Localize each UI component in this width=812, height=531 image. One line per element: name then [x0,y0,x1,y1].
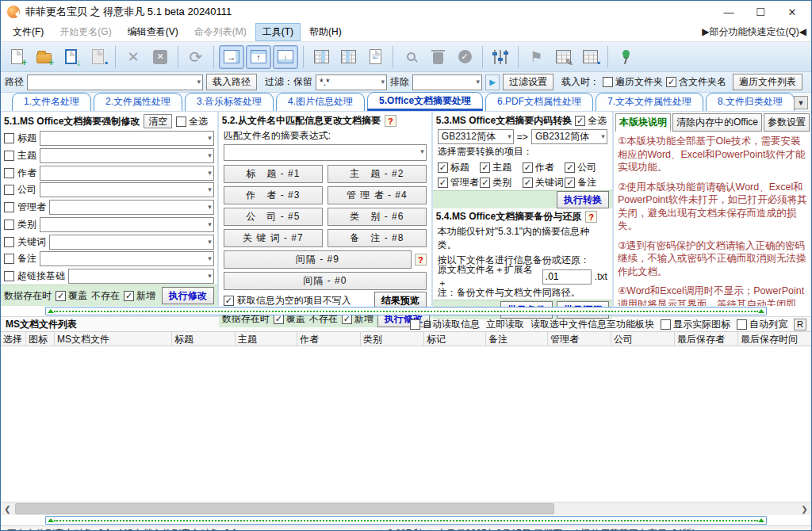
col-select[interactable]: 选择 [1,332,26,346]
match-category-button[interactable]: 类 别 - #6 [327,208,427,226]
field-manager-combobox[interactable]: ▾ [49,200,214,215]
scroll-right-icon[interactable]: ❯ [798,502,811,516]
match-subject-button[interactable]: 主 题 - #2 [327,165,427,183]
panel-bottom-icon[interactable]: ↓ [273,45,298,69]
field-author-checkbox[interactable] [4,168,14,178]
gap-0-button[interactable]: 间隔 - #0 [224,272,427,290]
match-manager-button[interactable]: 管 理 者 - #4 [327,186,427,204]
execute-convert-button[interactable]: 执行转换 [557,191,609,208]
match-title-button[interactable]: 标 题 - #1 [224,165,323,183]
gap-9-button[interactable]: 间隔 - #9 [224,250,412,269]
conv-comments-checkbox[interactable] [565,178,575,188]
clear-office-button[interactable]: 清除内存中的Office [672,113,762,132]
overwrite-51-checkbox[interactable] [56,291,66,301]
backup-ext-input[interactable] [542,269,592,285]
column-left-icon[interactable] [308,45,334,69]
read-selected-link[interactable]: 读取选中文件信息至功能板块 [530,318,654,331]
field-comments-combobox[interactable]: ▾ [40,251,214,266]
field-title-combobox[interactable]: ▾ [40,131,214,146]
encoding-from-combobox[interactable]: GB2312简体▾ [438,129,514,144]
add-folder-icon[interactable]: + [31,45,56,69]
traverse-file-list-button[interactable]: 遍历文件列表 [733,74,802,90]
tab-overflow-icon[interactable]: ▼ [794,96,808,109]
conv-subject-checkbox[interactable] [480,162,490,173]
clear-button[interactable]: 清空 [144,114,172,128]
filter-settings-button[interactable]: 过滤设置 [503,74,553,90]
table-edit-icon[interactable]: ✎ [550,45,576,69]
field-category-combobox[interactable]: ▾ [40,217,214,232]
field-company-combobox[interactable]: ▾ [40,182,214,197]
apply-filter-icon[interactable]: ▶ [485,74,500,90]
match-company-button[interactable]: 公 司 - #5 [224,208,323,226]
field-author-combobox[interactable]: ▾ [40,166,214,181]
col-last-saver[interactable]: 最后保存者 [675,332,738,346]
conv-company-checkbox[interactable] [565,162,575,173]
keep-combobox[interactable]: *.*▾ [316,74,387,90]
column-view-icon[interactable] [335,45,361,69]
tab-office-summary[interactable]: 5.Office文档摘要处理 [367,92,483,111]
col-last-save-time[interactable]: 最后保存时间 [738,332,811,346]
col-subject[interactable]: 主题 [236,332,297,346]
scrollbar-thumb[interactable] [15,503,554,514]
execute-modify-51-button[interactable]: 执行修改 [162,287,214,304]
col-title[interactable]: 标题 [172,332,236,346]
load-path-button[interactable]: 载入路径 [206,74,257,90]
help-tab[interactable]: 本版块说明 [615,113,671,132]
match-comments-button[interactable]: 备 注 - #8 [327,229,427,247]
help-5-4-icon[interactable]: ? [585,211,597,223]
field-manager-checkbox[interactable] [4,202,14,212]
select-all-51-checkbox[interactable] [176,117,186,127]
table-save-icon[interactable]: ▪ [577,45,603,69]
tab-classify[interactable]: 8.文件归类处理 [706,93,795,111]
traverse-folders-checkbox[interactable] [603,77,613,87]
tab-filename[interactable]: 1.文件名处理 [12,93,91,111]
menu-help[interactable]: 帮助(H) [302,23,349,41]
field-category-checkbox[interactable] [4,220,14,230]
col-icon[interactable]: 图标 [26,332,55,346]
horizontal-scrollbar[interactable]: ❮ ❯ [1,502,811,515]
encoding-to-combobox[interactable]: GB2312简体▾ [531,129,607,144]
tab-music-tag[interactable]: 3.音乐标签处理 [185,93,274,111]
select-all-53-checkbox[interactable] [575,116,585,126]
filter-sliders-icon[interactable] [488,45,513,69]
new-file-icon[interactable]: + [4,45,29,69]
col-tag[interactable]: 标记 [424,332,486,346]
read-now-link[interactable]: 立即读取 [486,318,524,331]
field-keywords-checkbox[interactable] [4,237,14,247]
include-folder-name-checkbox[interactable] [666,77,676,87]
panel-right-icon[interactable]: → [219,45,244,69]
path-combobox[interactable]: ▾ [27,74,203,90]
table-body[interactable] [1,346,811,502]
help-5-2-icon[interactable]: ? [385,115,396,127]
field-hyperlink-checkbox[interactable] [4,271,14,281]
conv-author-checkbox[interactable] [523,162,533,173]
add-51-checkbox[interactable] [124,291,134,301]
checklist-icon[interactable]: ☑ [362,45,388,69]
tab-pdf-attr[interactable]: 6.PDF文档属性处理 [485,93,593,111]
match-author-button[interactable]: 作 者 - #3 [224,186,323,204]
conv-category-checkbox[interactable] [480,178,490,188]
field-keywords-combobox[interactable]: ▾ [49,235,214,250]
auto-read-checkbox[interactable] [410,319,420,330]
scroll-left-icon[interactable]: ❮ [1,502,14,516]
expr-combobox[interactable]: ▾ [224,144,427,161]
col-msdoc-file[interactable]: MS文档文件 [55,332,172,346]
auto-width-checkbox[interactable] [737,319,747,330]
show-icons-checkbox[interactable] [661,319,671,330]
menu-file[interactable]: 文件(F) [6,23,51,41]
conv-title-checkbox[interactable] [438,162,448,173]
tab-text-attr[interactable]: 7.文本文件属性处理 [596,93,703,111]
menu-edit-view[interactable]: 编辑查看(V) [121,23,186,41]
field-title-checkbox[interactable] [4,133,14,143]
close-button[interactable]: ✕ [776,2,808,22]
field-comments-checkbox[interactable] [4,254,14,264]
gap-help-icon[interactable]: ? [415,254,427,266]
col-comments[interactable]: 备注 [486,332,548,346]
field-company-checkbox[interactable] [4,185,14,195]
field-subject-combobox[interactable]: ▾ [40,148,214,163]
col-company[interactable]: 公司 [611,332,675,346]
menu-tools[interactable]: 工具(T) [255,23,301,41]
conv-keywords-checkbox[interactable] [523,178,533,188]
panel-top-icon[interactable]: ↑ [246,45,271,69]
minimize-button[interactable]: — [713,2,745,22]
